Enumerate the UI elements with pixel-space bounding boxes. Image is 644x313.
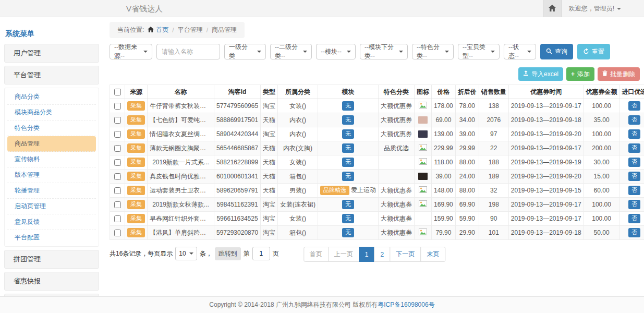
sidebar-item[interactable]: 版本管理 [7,167,96,183]
column-header-折后价: 折后价 [455,85,479,99]
filter-select-module[interactable]: --模块-- [316,44,356,59]
sidebar-item[interactable]: 商品分类 [7,89,96,105]
row-checkbox[interactable] [114,145,121,152]
reset-button[interactable]: 重置 [577,44,610,59]
import-excel-button[interactable]: 导入excel [518,67,563,81]
product-type: 天猫 [261,184,278,198]
module-badge: 无 [342,214,354,223]
per-page-select[interactable]: 10 [175,247,197,260]
import-select-toggle[interactable]: 否 [628,214,640,223]
icp-link[interactable]: 粤ICP备16098006号 [378,300,434,309]
taoke-id: 596611634525 [214,212,261,226]
import-select-toggle[interactable]: 否 [628,172,640,181]
row-checkbox[interactable] [114,103,121,110]
sales-count: 90 [479,212,508,226]
main-content: 当前位置: 首页 / 平台管理 / 商品管理 --数据来源--一级分类--二级分… [110,22,640,262]
import-select-toggle[interactable]: 否 [628,186,640,195]
module-badge: 无 [342,143,354,153]
table-row: 采集2019新款一片式系...588216228899天猫女装()无118.00… [110,155,644,170]
row-checkbox[interactable] [114,117,121,124]
import-select-toggle[interactable]: 否 [628,228,640,237]
coupon-amount: 35.00 [584,113,619,127]
reset-label: 重置 [592,47,604,56]
page-number-input[interactable] [252,247,270,260]
product-name: 2019新款女秋薄款... [148,198,214,212]
search-button[interactable]: 查询 [540,44,573,59]
filter-select-level2-category[interactable]: --二级分类-- [270,44,312,59]
coupon-amount: 15.00 [584,170,619,184]
breadcrumb-home-link[interactable]: 首页 [156,26,168,34]
sidebar-item[interactable]: 特色分类 [7,121,96,136]
filter-select-data-source[interactable]: --数据来源-- [110,44,152,59]
row-checkbox[interactable] [114,187,121,194]
product-name: 【七色纺】可爱纯棉家... [148,113,214,127]
sidebar-item[interactable]: 平台配置 [7,230,96,245]
row-checkbox[interactable] [114,215,121,222]
pagination-last[interactable]: 末页 [420,247,445,262]
filter-select-level1-category[interactable]: 一级分类 [224,44,266,59]
source-cell: 采集 [125,113,148,127]
import-select-toggle[interactable]: 否 [628,158,640,167]
filter-select-item-type[interactable]: --宝贝类型-- [458,44,500,59]
pagination-page-2[interactable]: 2 [374,247,391,262]
import-select-toggle[interactable]: 否 [628,129,640,139]
batch-delete-button[interactable]: 批量删除 [598,67,640,81]
source-badge: 采集 [127,143,145,153]
product-category: 男装() [278,184,318,198]
discount-price: 29.90 [455,226,479,240]
sidebar-group-1[interactable]: 用户管理 [4,44,99,63]
home-button[interactable] [543,0,562,17]
sidebar-item[interactable]: 商品管理 [7,136,96,152]
column-header-特色分类: 特色分类 [379,85,415,99]
source-cell: 采集 [125,141,148,155]
sidebar-group-3[interactable]: 拼团管理 [4,250,99,269]
taoke-id: 589042420344 [214,127,261,141]
checkbox-cell [110,155,125,170]
sidebar-item[interactable]: 模块商品分类 [7,105,96,121]
name-search-input[interactable] [156,44,220,59]
sales-count: 22 [479,141,508,155]
product-category: 女装() [278,99,318,113]
sidebar-item[interactable]: 意见反馈 [7,214,96,230]
sidebar-item[interactable]: 宣传物料 [7,152,96,167]
icon-cell [415,99,432,113]
header-checkbox-cell [110,85,125,99]
module-badge: 无 [342,172,354,181]
sidebar-group-2[interactable]: 平台管理 [4,66,99,85]
image-placeholder-icon [419,103,427,110]
jump-button[interactable]: 跳转到 [215,247,241,260]
pagination-row: 共16条记录，每页显示 10 条， 跳转到 第 页 首页上一页12下一页末页 [110,247,640,262]
select-value: --状态-- [508,43,523,61]
plus-icon: + [571,70,575,78]
taoke-id: 577479560965 [214,99,261,113]
sidebar-item[interactable]: 轮播管理 [7,183,96,199]
product-name: 牛仔背带裤女秋装减龄... [148,99,214,113]
filter-select-feature-category[interactable]: --特色分类-- [412,44,454,59]
product-category: 女装(连衣裙) [278,198,318,212]
module-cell: 无 [318,113,379,127]
user-menu[interactable]: 欢迎您，管理员! [562,4,644,13]
price: 148.00 [432,184,456,198]
row-checkbox[interactable] [114,201,121,208]
import-select-toggle[interactable]: 否 [628,115,640,125]
row-checkbox[interactable] [114,159,121,166]
import-select-toggle[interactable]: 否 [628,143,640,153]
sidebar-group-4[interactable]: 省惠快报 [4,272,99,291]
row-checkbox[interactable] [114,173,121,180]
sidebar-item[interactable]: 启动页管理 [7,199,96,214]
pagination-prev: 上一页 [328,247,359,262]
pagination-page-1[interactable]: 1 [359,247,375,262]
import-select-toggle[interactable]: 否 [628,101,640,111]
pagination-next[interactable]: 下一页 [390,247,421,262]
select-all-checkbox[interactable] [114,89,121,95]
filter-select-status[interactable]: --状态-- [504,44,536,59]
row-checkbox[interactable] [114,131,121,138]
pager: 首页上一页12下一页末页 [304,247,445,262]
image-placeholder-icon [419,187,427,195]
source-badge: 采集 [127,129,145,139]
import-select-toggle[interactable]: 否 [628,200,640,209]
row-checkbox[interactable] [114,230,121,236]
filter-select-module-subcategory[interactable]: --模块下分类-- [360,44,408,59]
add-button[interactable]: + 添加 [566,67,594,81]
feature-label: 大额优惠券 [379,198,415,212]
